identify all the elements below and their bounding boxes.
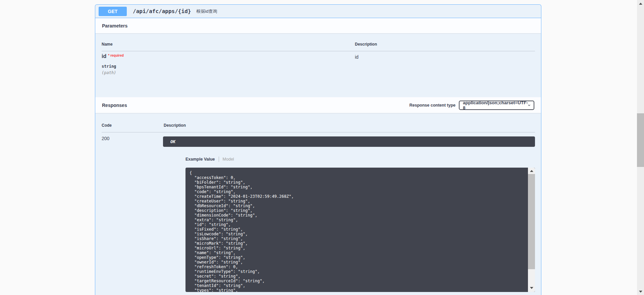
response-description-text: OK (170, 139, 175, 144)
response-description-bar: OK (163, 136, 535, 147)
parameter-location: (path) (102, 70, 116, 75)
parameters-table: Name Description id* required string (pa… (95, 33, 541, 97)
response-status-code: 200 (102, 136, 109, 141)
responses-table: Code Description 200 OK Example Value Mo… (95, 113, 541, 295)
responses-section-header: Responses Response content type applicat… (95, 97, 541, 113)
page-scrollbar-thumb[interactable] (637, 113, 644, 167)
swagger-api-page: GET /api/afc/apps/{id} 根据id查询 Parameters… (0, 0, 644, 295)
response-content-type-value: application/json;charset=UTF-8 (463, 100, 528, 110)
http-method-badge: GET (99, 7, 127, 16)
parameters-description-column-header: Description (355, 42, 377, 47)
parameter-row: id* required (102, 53, 124, 59)
triangle-down-icon (639, 291, 642, 293)
triangle-down-icon (530, 287, 533, 289)
parameter-type: string (102, 64, 116, 69)
endpoint-summary: 根据id查询 (196, 8, 217, 14)
page-scroll-up-button[interactable] (637, 1, 644, 6)
page-scroll-down-button[interactable] (637, 289, 644, 294)
triangle-up-icon (530, 170, 533, 172)
endpoint-path: /api/afc/apps/{id} (133, 8, 191, 14)
parameters-header-divider (102, 51, 535, 51)
parameters-title: Parameters (102, 23, 127, 28)
response-content-type-group: Response content type application/json;c… (409, 101, 534, 110)
code-scrollbar-thumb[interactable] (528, 174, 535, 269)
responses-title: Responses (102, 103, 127, 108)
tab-model[interactable]: Model (223, 157, 234, 162)
parameter-name: id (102, 53, 106, 59)
parameters-section-header: Parameters (95, 18, 541, 33)
response-content-type-select[interactable]: application/json;charset=UTF-8 (459, 101, 534, 110)
example-value-code-block: { "accessToken": 0, "biFolder": "string"… (185, 168, 535, 292)
responses-header-divider (102, 132, 535, 132)
code-scroll-down-button[interactable] (528, 285, 535, 291)
parameter-description: id (355, 54, 359, 60)
parameters-name-column-header: Name (102, 42, 113, 47)
triangle-up-icon (639, 3, 642, 5)
responses-description-column-header: Description (164, 123, 186, 128)
code-scroll-up-button[interactable] (528, 168, 535, 174)
example-json[interactable]: { "accessToken": 0, "biFolder": "string"… (185, 168, 528, 292)
responses-code-column-header: Code (102, 123, 112, 128)
example-model-tabs: Example Value Model (185, 156, 234, 163)
code-scrollbar[interactable] (528, 168, 535, 292)
page-scrollbar[interactable] (637, 0, 644, 295)
chevron-down-icon (528, 104, 530, 107)
opblock-get: GET /api/afc/apps/{id} 根据id查询 Parameters… (95, 4, 541, 295)
operation-summary-header[interactable]: GET /api/afc/apps/{id} 根据id查询 (95, 5, 541, 18)
tab-example-value[interactable]: Example Value (185, 157, 215, 162)
tab-separator (219, 157, 219, 162)
parameter-required-flag: * required (108, 54, 124, 57)
response-content-type-label: Response content type (409, 103, 455, 108)
